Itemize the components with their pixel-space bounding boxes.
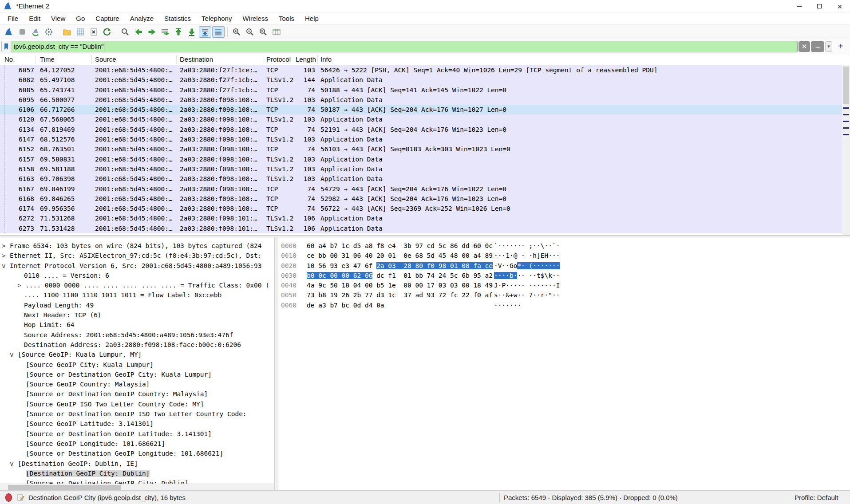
detail-tree-line[interactable]: Source Address: 2001:e68:5d45:4800:a489:… xyxy=(0,330,274,340)
reload-file-button[interactable] xyxy=(101,26,113,38)
detail-tree-line[interactable]: [Source or Destination GeoIP Latitude: 3… xyxy=(0,429,274,439)
go-back-button[interactable] xyxy=(132,26,145,38)
detail-tree-line[interactable]: [Source GeoIP Latitude: 3.141301] xyxy=(0,419,274,429)
hex-row[interactable]: 0010ce bb 00 31 06 40 20 01 0e 68 5d 45 … xyxy=(281,251,850,260)
packet-row-6057[interactable]: 6057 64.127052 2001:e68:5d45:4800:… 2a03… xyxy=(0,65,850,75)
packet-row-6082[interactable]: 6082 65.497108 2001:e68:5d45:4800:… 2a03… xyxy=(0,75,850,85)
go-first-packet-button[interactable] xyxy=(172,26,185,38)
find-packet-button[interactable] xyxy=(119,26,131,38)
detail-tree-line[interactable]: [Source GeoIP Country: Malaysia] xyxy=(0,379,274,389)
tree-expand-icon[interactable]: v xyxy=(2,261,6,271)
column-divider[interactable] xyxy=(264,55,264,64)
column-info[interactable]: Info xyxy=(320,55,332,63)
hex-row[interactable]: 0030b0 0c 00 00 62 06 dc f1 01 bb 74 24 … xyxy=(281,271,850,280)
display-filter-input[interactable]: ipv6.geoip.dst_city == "Dublin" xyxy=(11,41,798,52)
column-protocol[interactable]: Protocol xyxy=(266,55,291,63)
status-profile[interactable]: Profile: Default xyxy=(795,494,838,501)
restart-capture-button[interactable] xyxy=(29,26,42,38)
start-capture-button[interactable] xyxy=(3,26,15,38)
packet-row-6120[interactable]: 6120 67.568065 2001:e68:5d45:4800:… 2a03… xyxy=(0,114,850,124)
column-no[interactable]: No. xyxy=(4,55,15,63)
packet-row-6168[interactable]: 6168 69.846265 2001:e68:5d45:4800:… 2a03… xyxy=(0,194,850,204)
open-file-button[interactable] xyxy=(61,26,73,38)
filter-apply-button[interactable]: → xyxy=(811,41,824,52)
column-time[interactable]: Time xyxy=(40,55,55,63)
packet-row-6134[interactable]: 6134 67.819469 2001:e68:5d45:4800:… 2a03… xyxy=(0,125,850,134)
detail-tree-line[interactable]: [Source GeoIP ISO Two Letter Country Cod… xyxy=(0,399,274,409)
menu-go[interactable]: Go xyxy=(71,12,90,24)
packet-row-6273[interactable]: 6273 71.531428 2001:e68:5d45:4800:… 2a03… xyxy=(0,224,850,233)
filter-add-button[interactable]: + xyxy=(836,41,846,52)
detail-tree-line[interactable]: [Source or Destination GeoIP City: Dubli… xyxy=(0,478,274,484)
scrollbar-thumb[interactable] xyxy=(843,67,849,104)
hex-row[interactable]: 000060 a4 b7 1c d5 a8 f8 e4 3b 97 cd 5c … xyxy=(281,241,850,251)
zoom-reset-button[interactable] xyxy=(257,26,269,38)
menu-edit[interactable]: Edit xyxy=(24,12,46,24)
filter-clear-button[interactable]: ✕ xyxy=(799,41,810,52)
tree-expand-icon[interactable]: > xyxy=(2,241,6,251)
packet-row-6272[interactable]: 6272 71.531268 2001:e68:5d45:4800:… 2a03… xyxy=(0,213,850,223)
resize-columns-button[interactable] xyxy=(270,26,283,38)
hex-row[interactable]: 00404a 9c 50 18 04 00 b5 1e 00 00 17 03 … xyxy=(281,280,850,290)
detail-tree-line[interactable]: > Frame 6534: 103 bytes on wire (824 bit… xyxy=(0,241,274,251)
column-source[interactable]: Source xyxy=(95,55,116,63)
menu-statistics[interactable]: Statistics xyxy=(159,12,196,24)
packet-row-6095[interactable]: 6095 66.500077 2001:e68:5d45:4800:… 2a03… xyxy=(0,95,850,105)
tree-expand-icon[interactable]: > xyxy=(2,251,6,260)
close-button[interactable]: × xyxy=(830,0,850,12)
hex-row[interactable]: 005073 b8 19 26 2b 77 d3 1c 37 ad 93 72 … xyxy=(281,290,850,300)
detail-tree-line[interactable]: [Source GeoIP Longitude: 101.686621] xyxy=(0,439,274,449)
detail-tree-line[interactable]: > .... 0000 0000 .... .... .... .... ...… xyxy=(0,280,274,290)
maximize-button[interactable] xyxy=(809,0,830,12)
packet-row-6174[interactable]: 6174 69.956356 2001:e68:5d45:4800:… 2a03… xyxy=(0,204,850,213)
menu-analyze[interactable]: Analyze xyxy=(125,12,159,24)
column-divider[interactable] xyxy=(91,55,92,64)
filter-history-dropdown[interactable]: ▾ xyxy=(825,41,832,52)
column-divider[interactable] xyxy=(317,55,318,64)
packet-row-6147[interactable]: 6147 68.512576 2001:e68:5d45:4800:… 2a03… xyxy=(0,134,850,144)
filter-bookmark-button[interactable] xyxy=(1,41,11,52)
go-to-packet-button[interactable] xyxy=(159,26,171,38)
packet-row-6167[interactable]: 6167 69.846199 2001:e68:5d45:4800:… 2a03… xyxy=(0,184,850,194)
column-divider[interactable] xyxy=(176,55,177,64)
scrollbar-thumb[interactable] xyxy=(8,485,121,490)
packet-row-6157[interactable]: 6157 69.580831 2001:e68:5d45:4800:… 2a03… xyxy=(0,154,850,164)
detail-tree-line[interactable]: v Internet Protocol Version 6, Src: 2001… xyxy=(0,261,274,271)
detail-tree-line[interactable]: [Source or Destination GeoIP Longitude: … xyxy=(0,449,274,458)
detail-tree-line[interactable]: 0110 .... = Version: 6 xyxy=(0,271,274,280)
column-destination[interactable]: Destination xyxy=(180,55,213,63)
detail-tree-line[interactable]: [Source or Destination GeoIP Country: Ma… xyxy=(0,389,274,399)
menu-tools[interactable]: Tools xyxy=(273,12,300,24)
detail-tree-line[interactable]: > Ethernet II, Src: ASIXElectron_97:cd:5… xyxy=(0,251,274,260)
column-divider[interactable] xyxy=(36,55,36,64)
menu-wireless[interactable]: Wireless xyxy=(237,12,273,24)
minimize-button[interactable] xyxy=(789,0,809,12)
menu-view[interactable]: View xyxy=(46,12,71,24)
capture-options-button[interactable] xyxy=(43,26,55,38)
menu-capture[interactable]: Capture xyxy=(90,12,124,24)
detail-tree-line[interactable]: Destination Address: 2a03:2880:f098:108:… xyxy=(0,340,274,350)
detail-tree-line[interactable]: [Source GeoIP City: Kuala Lumpur] xyxy=(0,360,274,370)
colorize-packets-button[interactable] xyxy=(212,26,225,38)
tree-expand-icon[interactable]: v xyxy=(10,350,14,359)
hex-row[interactable]: 0060de a3 b7 bc 0d d4 0a······· xyxy=(281,300,850,310)
auto-scroll-button[interactable] xyxy=(199,26,211,38)
packet-row-6152[interactable]: 6152 68.763501 2001:e68:5d45:4800:… 2a03… xyxy=(0,144,850,154)
column-divider[interactable] xyxy=(294,55,294,64)
detail-tree-line[interactable]: [Source or Destination GeoIP ISO Two Let… xyxy=(0,409,274,419)
menu-file[interactable]: File xyxy=(2,12,24,24)
detail-tree-line[interactable]: [Destination GeoIP City: Dublin] xyxy=(0,469,274,478)
detail-tree-line[interactable]: [Source or Destination GeoIP City: Kuala… xyxy=(0,370,274,379)
packet-row-6085[interactable]: 6085 65.743741 2001:e68:5d45:4800:… 2a03… xyxy=(0,85,850,95)
detail-tree-line[interactable]: Next Header: TCP (6) xyxy=(0,310,274,320)
packet-list-scrollbar[interactable] xyxy=(842,65,850,235)
hex-row[interactable]: 002010 56 93 e3 47 6f 2a 03 28 80 f0 98 … xyxy=(281,261,850,271)
stop-capture-button[interactable] xyxy=(16,26,28,38)
detail-tree-line[interactable]: Hop Limit: 64 xyxy=(0,320,274,330)
column-length[interactable]: Length xyxy=(296,55,316,63)
expert-info-icon[interactable] xyxy=(5,493,12,502)
packet-row-6158[interactable]: 6158 69.581188 2001:e68:5d45:4800:… 2a03… xyxy=(0,164,850,174)
tree-expand-icon[interactable]: v xyxy=(10,459,14,469)
packet-row-6106[interactable]: 6106 66.717266 2001:e68:5d45:4800:… 2a03… xyxy=(0,105,850,114)
menu-telephony[interactable]: Telephony xyxy=(196,12,237,24)
